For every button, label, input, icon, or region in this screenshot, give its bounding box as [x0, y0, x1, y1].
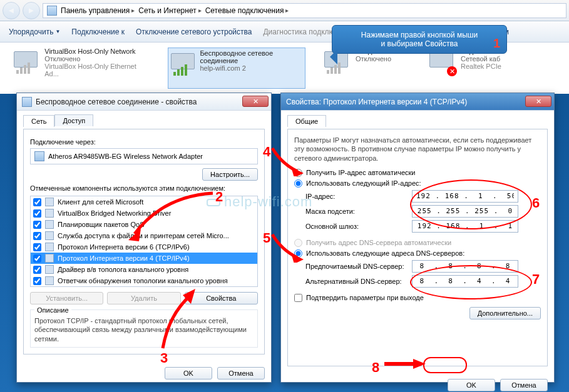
menu-organize[interactable]: Упорядочить ▼: [9, 28, 60, 36]
component-lltd-responder[interactable]: Ответчик обнаружения топологии канальног…: [31, 275, 257, 286]
adapter-name: Atheros AR9485WB-EG Wireless Network Ada…: [48, 153, 203, 160]
ok-button[interactable]: OK: [448, 379, 495, 391]
connect-via-label: Подключение через:: [30, 138, 258, 146]
service-icon: [45, 198, 54, 206]
cancel-button[interactable]: Отмена: [217, 367, 265, 379]
tab-general[interactable]: Общие: [287, 115, 326, 127]
gateway-input[interactable]: [412, 220, 518, 233]
connection-status: Сетевой каб: [461, 55, 501, 63]
radio-manual-dns[interactable]: Использовать следующие адреса DNS-сервер…: [294, 249, 541, 258]
annotation-number-4: 4: [263, 144, 270, 160]
dialog-title: Свойства: Протокол Интернета версии 4 (T…: [286, 98, 467, 106]
dialog-title: Беспроводное сетевое соединение - свойст…: [36, 98, 197, 106]
connection-name: VirtualBox Host-Only Network: [44, 48, 150, 55]
component-checkbox[interactable]: [33, 209, 41, 218]
callout-line2: и выбираем Свойства: [340, 39, 499, 48]
configure-button[interactable]: Настроить...: [202, 168, 258, 181]
description-legend: Описание: [34, 306, 71, 314]
ok-button[interactable]: OK: [165, 367, 212, 379]
install-button[interactable]: Установить...: [30, 292, 103, 304]
instruction-callout: Нажимаем правой кнопкой мыши и выбираем …: [332, 25, 507, 54]
component-checkbox[interactable]: [33, 277, 41, 285]
cancel-button[interactable]: Отмена: [500, 379, 548, 391]
connection-status: help-wifi.com 2: [200, 64, 304, 72]
adapter-icon: [22, 97, 32, 107]
preferred-dns-input[interactable]: [412, 260, 518, 273]
component-checkbox[interactable]: [33, 243, 41, 251]
component-lltd-driver[interactable]: Драйвер в/в тополога канального уровня: [31, 264, 257, 275]
component-checkbox[interactable]: [33, 221, 41, 229]
menu-disable[interactable]: Отключение сетевого устройства: [136, 28, 252, 36]
forward-button[interactable]: ►: [23, 2, 40, 19]
component-ipv4[interactable]: Протокол Интернета версии 4 (TCP/IPv4): [31, 253, 257, 264]
connection-status: Отключено: [356, 55, 401, 63]
connection-wireless[interactable]: Беспроводное сетевое соединение help-wif…: [168, 48, 305, 89]
close-button[interactable]: ✕: [525, 96, 551, 107]
radio-auto-dns: Получить адрес DNS-сервера автоматически: [294, 239, 541, 247]
connection-detail: Realtek PCIe: [461, 63, 501, 70]
annotation-arrow-5: [269, 231, 307, 263]
annotation-arrow-2: [125, 190, 219, 246]
svg-marker-0: [128, 229, 141, 241]
wifi-icon: [170, 49, 195, 77]
description-group: Описание Протокол TCP/IP - стандартный п…: [30, 309, 258, 348]
dns2-label: Альтернативный DNS-сервер:: [305, 278, 412, 285]
annotation-number-5: 5: [263, 230, 270, 246]
annotation-arrow-4: [269, 145, 307, 176]
description-text: Протокол TCP/IP - стандартный протокол г…: [34, 316, 254, 343]
component-checkbox[interactable]: [33, 198, 41, 206]
annotation-arrow-8: [383, 358, 427, 370]
address-bar: ◄ ► Панель управления▸ Сеть и Интернет▸ …: [0, 0, 569, 21]
control-panel-icon: [47, 6, 57, 16]
ipv4-properties-dialog: Свойства: Протокол Интернета версии 4 (T…: [280, 93, 555, 383]
gateway-label: Основной шлюз:: [305, 223, 412, 230]
annotation-number-3: 3: [160, 350, 168, 366]
tab-sharing[interactable]: Доступ: [54, 114, 93, 126]
protocol-icon: [45, 243, 54, 251]
menu-connect[interactable]: Подключение к: [71, 28, 125, 36]
protocol-icon: [45, 254, 54, 263]
validate-checkbox[interactable]: [294, 294, 302, 302]
back-button[interactable]: ◄: [3, 2, 20, 19]
breadcrumb-bar[interactable]: Панель управления▸ Сеть и Интернет▸ Сете…: [43, 3, 566, 18]
crumb-network-internet[interactable]: Сеть и Интернет▸: [138, 6, 201, 15]
component-checkbox[interactable]: [33, 266, 41, 274]
component-checkbox[interactable]: [33, 232, 41, 240]
service-icon: [45, 209, 54, 218]
crumb-network-connections[interactable]: Сетевые подключения▸: [205, 6, 289, 15]
annotation-number-2: 2: [215, 189, 223, 205]
dialog-titlebar[interactable]: Беспроводное сетевое соединение - свойст…: [17, 93, 271, 111]
dns1-label: Предпочитаемый DNS-сервер:: [305, 263, 412, 270]
callout-line1: Нажимаем правой кнопкой мыши: [340, 31, 499, 39]
crumb-control-panel[interactable]: Панель управления▸: [61, 6, 135, 15]
ip-label: IP-адрес:: [305, 193, 412, 200]
ip-address-input[interactable]: [412, 190, 518, 203]
annotation-number-1: 1: [493, 36, 500, 51]
error-icon: ✕: [447, 66, 457, 76]
annotation-number-8: 8: [372, 359, 379, 376]
close-button[interactable]: ✕: [242, 96, 269, 107]
service-icon: [45, 231, 54, 240]
mask-label: Маска подсети:: [305, 208, 412, 215]
radio-auto-ip[interactable]: Получить IP-адрес автоматически: [294, 169, 541, 177]
connection-detail: VirtualBox Host-Only Ethernet Ad...: [44, 63, 150, 78]
dialog-titlebar[interactable]: Свойства: Протокол Интернета версии 4 (T…: [281, 93, 554, 111]
info-text: Параметры IP могут назначаться автоматич…: [294, 136, 541, 163]
adapter-field: Atheros AR9485WB-EG Wireless Network Ada…: [30, 148, 258, 164]
service-icon: [45, 220, 54, 229]
svg-marker-5: [413, 359, 426, 369]
tab-network[interactable]: Сеть: [23, 115, 54, 127]
alternate-dns-input[interactable]: [412, 275, 518, 288]
connection-virtualbox[interactable]: VirtualBox Host-Only Network Отключено V…: [13, 48, 150, 89]
connection-status: Отключено: [44, 55, 150, 63]
validate-checkbox-row[interactable]: Подтвердить параметры при выходе: [294, 294, 541, 302]
radio-manual-ip[interactable]: Использовать следующий IP-адрес:: [294, 179, 541, 188]
component-checkbox[interactable]: [33, 254, 41, 263]
subnet-mask-input[interactable]: [412, 205, 518, 218]
annotation-number-6: 6: [532, 195, 540, 211]
svg-marker-2: [291, 167, 304, 176]
connection-name: Беспроводное сетевое соединение: [200, 49, 304, 64]
nic-icon: [34, 151, 44, 161]
advanced-button[interactable]: Дополнительно...: [469, 307, 541, 319]
protocol-icon: [45, 276, 54, 285]
